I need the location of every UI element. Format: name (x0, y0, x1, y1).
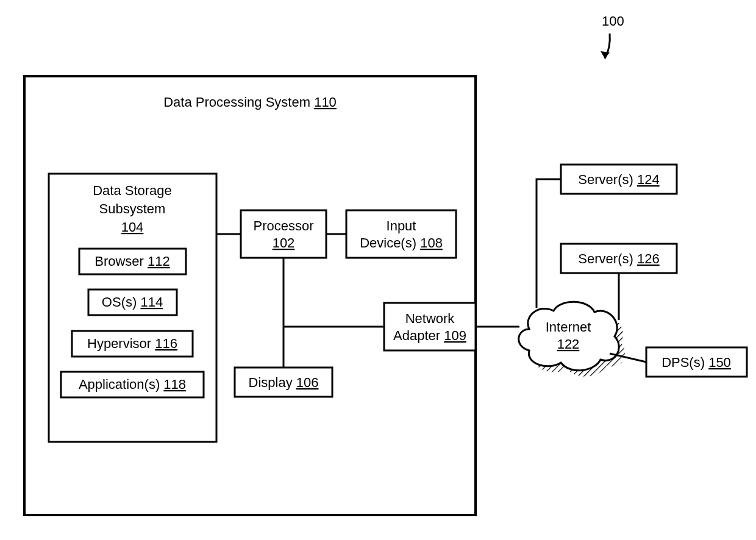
display-label: Display 106 (249, 375, 319, 390)
processor-ref: 102 (273, 235, 295, 250)
input-devices-line2: Device(s) 108 (360, 235, 443, 250)
input-devices-line1: Input (387, 218, 416, 233)
conn-server1-internet (537, 179, 561, 308)
network-adapter-box (384, 303, 476, 350)
figure-ref-label: 100 (602, 13, 624, 29)
input-devices-box (346, 210, 456, 258)
storage-title-line1: Data Storage (93, 183, 172, 198)
processor-box (241, 210, 326, 258)
browser-label: Browser 112 (94, 254, 170, 269)
server1-label: Server(s) 124 (578, 172, 659, 187)
storage-ref: 104 (121, 219, 144, 235)
network-adapter-line1: Network (405, 311, 455, 326)
dps-title: Data Processing System 110 (163, 94, 337, 110)
system-block-diagram: 100 Data Processing System 110 Data Stor… (0, 0, 756, 540)
processor-label: Processor (253, 218, 313, 233)
internet-cloud: Internet 122 (519, 302, 626, 376)
storage-title-line2: Subsystem (99, 201, 166, 216)
applications-label: Application(s) 118 (79, 377, 186, 392)
figure-ref-arrowhead (601, 51, 610, 59)
internet-label: Internet (546, 319, 591, 335)
internet-ref: 122 (557, 336, 580, 352)
dps2-label: DPS(s) 150 (661, 355, 731, 370)
hypervisor-label: Hypervisor 116 (87, 336, 177, 351)
network-adapter-line2: Adapter 109 (393, 328, 466, 343)
server2-label: Server(s) 126 (578, 251, 659, 266)
os-label: OS(s) 114 (102, 294, 163, 310)
